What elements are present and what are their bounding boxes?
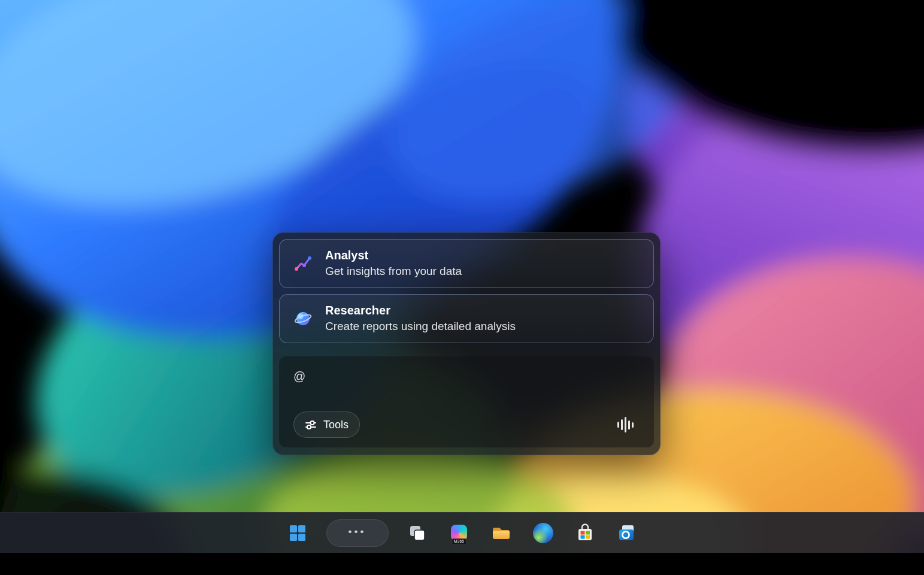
- edge-icon: [533, 523, 553, 543]
- agent-subtitle: Create reports using detailed analysis: [325, 319, 516, 334]
- windows-logo-icon: [289, 524, 307, 542]
- store-button[interactable]: [572, 520, 598, 546]
- outlook-icon: [617, 524, 637, 542]
- task-view-button[interactable]: [404, 520, 431, 546]
- taskbar-search-box[interactable]: •••: [326, 519, 389, 547]
- task-view-icon: [408, 524, 426, 542]
- researcher-icon: [294, 310, 312, 328]
- agent-subtitle: Get insights from your data: [325, 264, 462, 279]
- search-ellipsis-icon: •••: [349, 526, 366, 539]
- outlook-button[interactable]: [614, 520, 640, 546]
- file-explorer-button[interactable]: [488, 520, 514, 546]
- file-explorer-icon: [491, 525, 511, 541]
- bottom-black-strip: [0, 553, 924, 575]
- sliders-icon: [305, 419, 317, 430]
- agent-option-researcher[interactable]: Researcher Create reports using detailed…: [279, 294, 654, 343]
- agent-title: Analyst: [325, 248, 462, 263]
- m365-copilot-button[interactable]: M365: [446, 520, 472, 546]
- taskbar: ••• M365: [0, 512, 924, 553]
- analyst-icon: [294, 255, 312, 273]
- prompt-input[interactable]: @ Tools: [279, 356, 654, 447]
- agent-option-analyst[interactable]: Analyst Get insights from your data: [279, 239, 654, 288]
- voice-waveform-icon[interactable]: [617, 416, 634, 433]
- prompt-input-text[interactable]: @: [293, 370, 640, 383]
- copilot-prompt-panel: Analyst Get insights from your data Rese…: [272, 232, 661, 455]
- m365-badge: M365: [452, 538, 466, 545]
- tools-button[interactable]: Tools: [293, 411, 360, 438]
- start-button[interactable]: [284, 520, 311, 546]
- tools-button-label: Tools: [323, 419, 349, 431]
- agent-title: Researcher: [325, 303, 516, 318]
- store-icon: [576, 523, 594, 543]
- edge-button[interactable]: [530, 520, 556, 546]
